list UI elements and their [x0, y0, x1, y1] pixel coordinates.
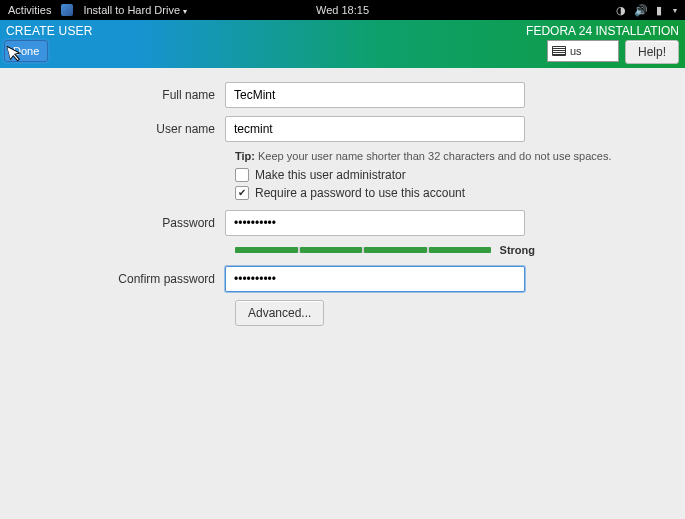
confirm-password-input[interactable] — [225, 266, 525, 292]
user-name-label: User name — [0, 122, 225, 136]
password-label: Password — [0, 216, 225, 230]
keyboard-layout-label: us — [570, 45, 582, 57]
confirm-password-label: Confirm password — [0, 272, 225, 286]
strength-label: Strong — [495, 244, 535, 256]
clock[interactable]: Wed 18:15 — [316, 4, 369, 16]
advanced-button[interactable]: Advanced... — [235, 300, 324, 326]
require-password-checkbox[interactable] — [235, 186, 249, 200]
require-password-label: Require a password to use this account — [255, 186, 465, 200]
volume-icon[interactable]: 🔊 — [634, 4, 648, 17]
user-name-tip: Tip: Keep your user name shorter than 32… — [235, 150, 615, 162]
user-name-input[interactable] — [225, 116, 525, 142]
strength-segment — [235, 247, 298, 253]
full-name-label: Full name — [0, 88, 225, 102]
full-name-input[interactable] — [225, 82, 525, 108]
system-menu-chevron-icon[interactable]: ▾ — [673, 6, 677, 15]
strength-segment — [429, 247, 492, 253]
password-input[interactable] — [225, 210, 525, 236]
install-title: FEDORA 24 INSTALLATION — [526, 24, 679, 38]
done-button[interactable]: Done — [4, 40, 48, 62]
help-button[interactable]: Help! — [625, 40, 679, 64]
gnome-topbar: Activities Install to Hard Drive▾ Wed 18… — [0, 0, 685, 20]
admin-checkbox-label: Make this user administrator — [255, 168, 406, 182]
password-strength-meter: Strong — [235, 244, 535, 256]
create-user-form: Full name User name Tip: Keep your user … — [0, 68, 685, 326]
app-menu[interactable]: Install to Hard Drive▾ — [83, 4, 187, 16]
battery-icon[interactable]: ▮ — [656, 4, 662, 17]
keyboard-icon — [552, 46, 566, 56]
strength-segment — [300, 247, 363, 253]
admin-checkbox[interactable] — [235, 168, 249, 182]
activities-button[interactable]: Activities — [8, 4, 51, 16]
installer-header: CREATE USER Done FEDORA 24 INSTALLATION … — [0, 20, 685, 68]
accessibility-icon[interactable]: ◑ — [616, 4, 626, 17]
keyboard-layout-selector[interactable]: us — [547, 40, 619, 62]
strength-segment — [364, 247, 427, 253]
anaconda-icon — [61, 4, 73, 16]
